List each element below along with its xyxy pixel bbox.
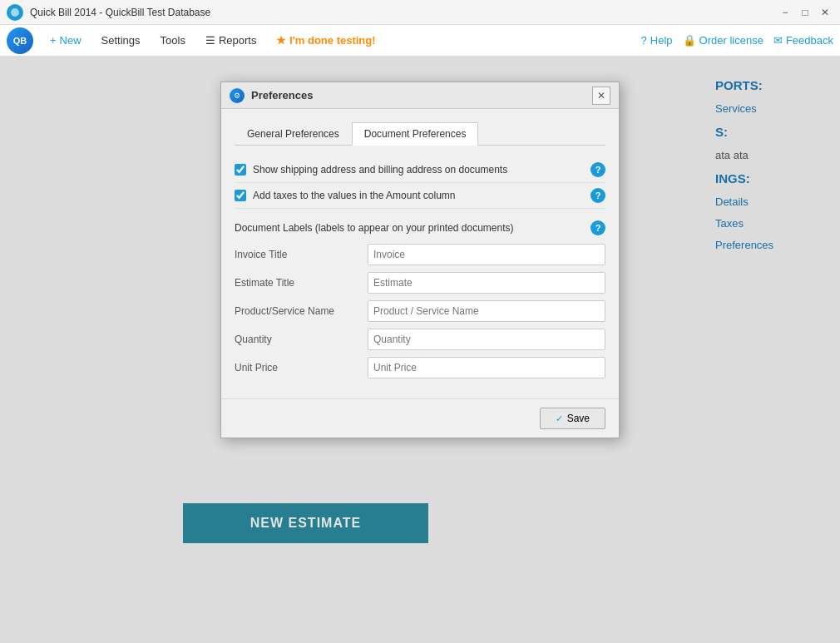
estimate-title-label: Estimate Title (235, 277, 368, 289)
title-bar: Quick Bill 2014 - QuickBill Test Databas… (0, 0, 840, 25)
estimate-title-row: Estimate Title (235, 272, 605, 294)
menu-done-testing[interactable]: ★ I'm done testing! (268, 29, 383, 52)
tab-bar: General Preferences Document Preferences (235, 122, 605, 146)
menu-left: QB + New Settings Tools ☰ Reports ★ I'm … (7, 27, 384, 54)
quantity-label: Quantity (235, 334, 368, 345)
product-service-label: Product/Service Name (235, 305, 368, 317)
quantity-row: Quantity (235, 329, 605, 350)
window-controls: − □ ✕ (777, 4, 833, 21)
reports-icon: ☰ (205, 34, 215, 47)
menu-order-license[interactable]: 🔒 Order license (683, 34, 763, 47)
check-icon: ✓ (556, 413, 563, 424)
menu-settings[interactable]: Settings (93, 29, 149, 52)
taxes-row: Add taxes to the values in the Amount co… (235, 183, 605, 209)
preferences-dialog: ⚙ Preferences ✕ General Preferences Docu… (220, 82, 620, 438)
shipping-label: Show shipping address and billing addres… (253, 164, 507, 176)
title-bar-left: Quick Bill 2014 - QuickBill Test Databas… (7, 4, 210, 21)
menu-reports[interactable]: ☰ Reports (197, 29, 265, 52)
estimate-title-input[interactable] (368, 272, 605, 294)
menu-help[interactable]: ? Help (641, 34, 673, 47)
invoice-title-label: Invoice Title (235, 249, 368, 260)
save-button[interactable]: ✓ Save (540, 408, 605, 429)
menu-tools[interactable]: Tools (152, 29, 194, 52)
menu-right: ? Help 🔒 Order license ✉ Feedback (641, 34, 833, 47)
menu-bar: QB + New Settings Tools ☰ Reports ★ I'm … (0, 25, 840, 57)
tab-document-preferences[interactable]: Document Preferences (352, 122, 479, 146)
invoice-title-row: Invoice Title (235, 244, 605, 265)
menu-new[interactable]: + New (42, 29, 90, 52)
dialog-title-left: ⚙ Preferences (230, 88, 313, 103)
doc-labels-header: Document Labels (labels to appear on you… (235, 220, 605, 235)
taxes-checkbox-left: Add taxes to the values in the Amount co… (235, 190, 455, 201)
app-logo-small (7, 4, 23, 21)
shipping-checkbox-left: Show shipping address and billing addres… (235, 164, 507, 176)
main-content: PORTS: Services S: ata ata INGS: Details… (0, 57, 840, 643)
tab-general-preferences[interactable]: General Preferences (235, 122, 352, 146)
product-service-row: Product/Service Name (235, 300, 605, 322)
svg-point-0 (11, 8, 19, 17)
dialog-titlebar: ⚙ Preferences ✕ (221, 82, 619, 109)
window-title: Quick Bill 2014 - QuickBill Test Databas… (30, 7, 210, 18)
maximize-button[interactable]: □ (797, 4, 813, 21)
menu-feedback[interactable]: ✉ Feedback (773, 34, 833, 47)
unit-price-input[interactable] (368, 357, 605, 378)
shipping-help-icon[interactable]: ? (590, 162, 605, 177)
shipping-checkbox[interactable] (235, 164, 246, 176)
email-icon: ✉ (773, 34, 783, 47)
dialog-title: Preferences (251, 89, 313, 101)
taxes-checkbox[interactable] (235, 190, 246, 201)
help-icon: ? (641, 34, 647, 47)
dialog-icon: ⚙ (230, 88, 245, 103)
dialog-overlay: ⚙ Preferences ✕ General Preferences Docu… (0, 57, 840, 643)
doc-labels-help-icon[interactable]: ? (590, 220, 605, 235)
dialog-footer: ✓ Save (221, 398, 619, 438)
taxes-help-icon[interactable]: ? (590, 188, 605, 203)
unit-price-label: Unit Price (235, 362, 368, 373)
product-service-input[interactable] (368, 300, 605, 322)
quantity-input[interactable] (368, 329, 605, 350)
taxes-label: Add taxes to the values in the Amount co… (253, 190, 455, 201)
lock-icon: 🔒 (683, 34, 696, 47)
invoice-title-input[interactable] (368, 244, 605, 265)
dialog-body: General Preferences Document Preferences… (221, 109, 619, 398)
minimize-button[interactable]: − (777, 4, 793, 21)
dialog-close-button[interactable]: ✕ (592, 87, 610, 105)
app-logo: QB (7, 27, 33, 54)
new-icon: + (50, 34, 57, 47)
shipping-address-row: Show shipping address and billing addres… (235, 157, 605, 183)
unit-price-row: Unit Price (235, 357, 605, 378)
doc-labels-title: Document Labels (labels to appear on you… (235, 222, 514, 234)
close-window-button[interactable]: ✕ (817, 4, 833, 21)
